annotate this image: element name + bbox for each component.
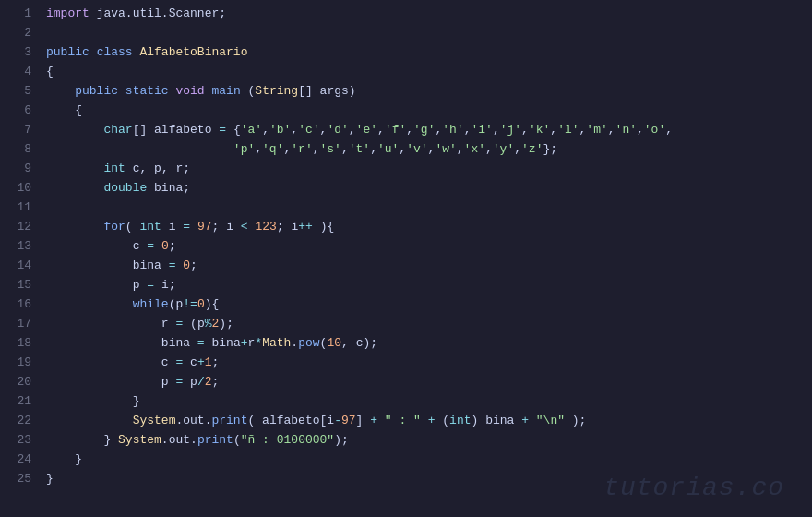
code-line-17: r = (p%2);: [46, 314, 812, 333]
code-line-22: System.out.print( alfabeto[i-97] + " : "…: [46, 411, 812, 430]
code-line-12: for( int i = 97; i < 123; i++ ){: [46, 217, 812, 236]
ln-18: 18: [7, 333, 31, 353]
line-numbers: 1 2 3 4 5 6 7 8 9 10 11 12 13 14 15 16 1…: [0, 4, 39, 513]
code-line-2: [46, 23, 812, 42]
code-line-15: p = i;: [46, 275, 812, 295]
ln-1: 1: [7, 4, 31, 23]
ln-15: 15: [7, 275, 31, 295]
code-line-3: public class AlfabetoBinario: [46, 42, 812, 62]
ln-11: 11: [7, 198, 31, 217]
code-line-9: int c, p, r;: [46, 159, 812, 178]
code-line-19: c = c+1;: [46, 353, 812, 372]
ln-20: 20: [7, 372, 31, 391]
code-line-10: double bina;: [46, 178, 812, 198]
code-line-8: 'p','q','r','s','t','u','v','w','x','y',…: [46, 139, 812, 159]
code-line-24: }: [46, 450, 812, 469]
code-line-18: bina = bina+r*Math.pow(10, c);: [46, 333, 812, 353]
ln-16: 16: [7, 295, 31, 314]
code-line-6: {: [46, 101, 812, 120]
ln-22: 22: [7, 411, 31, 430]
ln-17: 17: [7, 314, 31, 333]
ln-5: 5: [7, 81, 31, 101]
code-line-20: p = p/2;: [46, 372, 812, 391]
ln-12: 12: [7, 217, 31, 236]
code-editor: 1 2 3 4 5 6 7 8 9 10 11 12 13 14 15 16 1…: [0, 0, 812, 517]
ln-2: 2: [7, 23, 31, 42]
ln-13: 13: [7, 236, 31, 256]
ln-25: 25: [7, 469, 31, 488]
ln-4: 4: [7, 62, 31, 81]
code-line-25: }: [46, 469, 812, 488]
ln-6: 6: [7, 101, 31, 120]
ln-8: 8: [7, 139, 31, 159]
ln-10: 10: [7, 178, 31, 198]
code-content: import java.util.Scanner; public class A…: [39, 4, 812, 513]
code-line-23: } System.out.print("ñ : 0100000");: [46, 430, 812, 450]
ln-19: 19: [7, 353, 31, 372]
ln-7: 7: [7, 120, 31, 139]
ln-24: 24: [7, 450, 31, 469]
code-line-16: while(p!=0){: [46, 295, 812, 314]
code-line-11: [46, 198, 812, 217]
ln-23: 23: [7, 430, 31, 450]
code-line-21: }: [46, 391, 812, 411]
code-line-1: import java.util.Scanner;: [46, 4, 812, 23]
code-line-7: char[] alfabeto = {'a','b','c','d','e','…: [46, 120, 812, 139]
ln-9: 9: [7, 159, 31, 178]
code-line-4: {: [46, 62, 812, 81]
code-line-5: public static void main (String[] args): [46, 81, 812, 101]
ln-21: 21: [7, 391, 31, 411]
ln-14: 14: [7, 256, 31, 275]
ln-3: 3: [7, 42, 31, 62]
code-line-14: bina = 0;: [46, 256, 812, 275]
code-line-13: c = 0;: [46, 236, 812, 256]
